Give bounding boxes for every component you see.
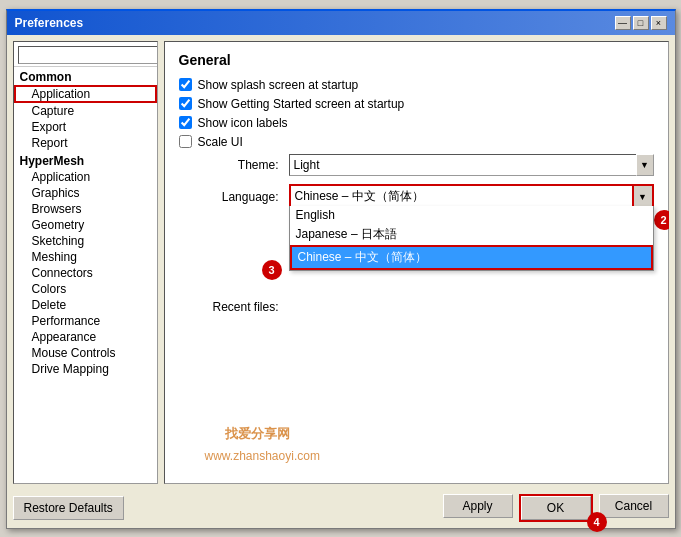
bottom-bar: Restore Defaults Apply OK 4 Cancel xyxy=(13,490,669,522)
sidebar-item-capture[interactable]: Capture xyxy=(14,103,157,119)
cancel-button[interactable]: Cancel xyxy=(599,494,669,518)
sidebar-item-colors[interactable]: Colors xyxy=(14,281,157,297)
main-area: 🔍 Common Application 1 Capture Export Re… xyxy=(13,41,669,484)
language-value[interactable]: Chinese – 中文（简体） xyxy=(291,186,652,208)
window-title: Preferences xyxy=(15,16,84,30)
scale-ui-checkbox[interactable] xyxy=(179,135,192,148)
ok-button[interactable]: OK xyxy=(521,496,591,520)
icon-labels-label[interactable]: Show icon labels xyxy=(198,116,288,130)
watermark-line1: 找爱分享网 xyxy=(225,425,290,443)
checkbox-icon-labels: Show icon labels xyxy=(179,116,654,130)
window-body: 🔍 Common Application 1 Capture Export Re… xyxy=(7,35,675,528)
recent-files-row: Recent files: xyxy=(179,300,654,314)
sidebar-section-hypermesh: HyperMesh xyxy=(14,151,157,169)
sidebar-item-sketching[interactable]: Sketching xyxy=(14,233,157,249)
content-title: General xyxy=(179,52,654,68)
theme-row: Theme: Light Dark ▼ xyxy=(179,154,654,176)
language-option-chinese[interactable]: Chinese – 中文（简体） 3 xyxy=(290,245,653,270)
ok-btn-border: OK xyxy=(519,494,593,522)
close-button[interactable]: × xyxy=(651,16,667,30)
language-option-japanese[interactable]: Japanese – 日本語 xyxy=(290,224,653,245)
splash-label[interactable]: Show splash screen at startup xyxy=(198,78,359,92)
theme-control: Light Dark ▼ xyxy=(289,154,654,176)
sidebar-item-drive-mapping[interactable]: Drive Mapping xyxy=(14,361,157,377)
scale-ui-label[interactable]: Scale UI xyxy=(198,135,243,149)
watermark-line2: www.zhanshaoyi.com xyxy=(205,449,320,463)
search-input[interactable] xyxy=(18,46,158,64)
title-bar: Preferences — □ × xyxy=(7,11,675,35)
checkbox-getting-started: Show Getting Started screen at startup xyxy=(179,97,654,111)
sidebar-item-mouse-controls[interactable]: Mouse Controls xyxy=(14,345,157,361)
search-container: 🔍 xyxy=(14,44,157,67)
apply-button[interactable]: Apply xyxy=(443,494,513,518)
badge-3: 3 xyxy=(262,260,282,280)
action-buttons: Apply OK 4 Cancel xyxy=(443,494,669,522)
sidebar-item-graphics[interactable]: Graphics xyxy=(14,185,157,201)
checkbox-scale-ui: Scale UI xyxy=(179,135,654,149)
checkbox-splash: Show splash screen at startup xyxy=(179,78,654,92)
sidebar-item-meshing[interactable]: Meshing xyxy=(14,249,157,265)
recent-files-label: Recent files: xyxy=(179,300,289,314)
language-dropdown-popup: English Japanese – 日本語 Chinese – 中文（简体） … xyxy=(289,206,654,271)
content-area: General Show splash screen at startup Sh… xyxy=(164,41,669,484)
theme-select[interactable]: Light Dark xyxy=(289,154,654,176)
splash-checkbox[interactable] xyxy=(179,78,192,91)
sidebar-section-common: Common xyxy=(14,67,157,85)
getting-started-label[interactable]: Show Getting Started screen at startup xyxy=(198,97,405,111)
preferences-window: Preferences — □ × 🔍 Common Application 1 xyxy=(6,9,676,529)
sidebar-item-delete[interactable]: Delete xyxy=(14,297,157,313)
restore-defaults-button[interactable]: Restore Defaults xyxy=(13,496,124,520)
sidebar-item-export[interactable]: Export xyxy=(14,119,157,135)
sidebar: 🔍 Common Application 1 Capture Export Re… xyxy=(13,41,158,484)
icon-labels-checkbox[interactable] xyxy=(179,116,192,129)
sidebar-item-hypermesh-application[interactable]: Application xyxy=(14,169,157,185)
title-bar-controls: — □ × xyxy=(615,16,667,30)
language-option-english[interactable]: English xyxy=(290,206,653,224)
language-label: Language: xyxy=(179,190,289,204)
sidebar-item-appearance[interactable]: Appearance xyxy=(14,329,157,345)
sidebar-item-geometry[interactable]: Geometry xyxy=(14,217,157,233)
sidebar-item-browsers[interactable]: Browsers xyxy=(14,201,157,217)
minimize-button[interactable]: — xyxy=(615,16,631,30)
sidebar-item-common-application[interactable]: Application 1 xyxy=(14,85,157,103)
sidebar-item-performance[interactable]: Performance xyxy=(14,313,157,329)
ok-btn-wrapper: OK 4 xyxy=(519,494,593,522)
sidebar-item-report[interactable]: Report xyxy=(14,135,157,151)
badge-2: 2 xyxy=(654,210,669,230)
getting-started-checkbox[interactable] xyxy=(179,97,192,110)
language-select-wrapper: Chinese – 中文（简体） ▼ 2 English Japanese – … xyxy=(289,184,654,210)
sidebar-item-connectors[interactable]: Connectors xyxy=(14,265,157,281)
language-row: Language: Chinese – 中文（简体） ▼ 2 English J… xyxy=(179,184,654,210)
badge-4: 4 xyxy=(587,512,607,532)
maximize-button[interactable]: □ xyxy=(633,16,649,30)
theme-label: Theme: xyxy=(179,158,289,172)
